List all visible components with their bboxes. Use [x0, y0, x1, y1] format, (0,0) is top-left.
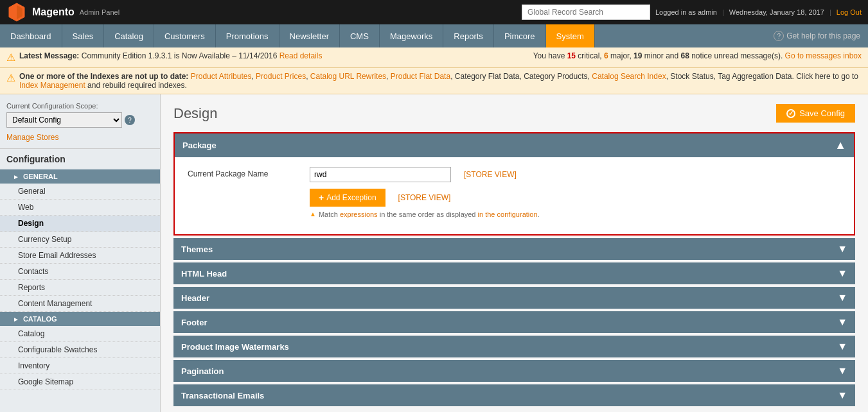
help-text: Get help for this page	[786, 31, 860, 40]
sidebar-item-reports[interactable]: Reports	[0, 280, 160, 296]
sidebar-item-store-email[interactable]: Store Email Addresses	[0, 248, 160, 264]
section-transactional-emails: Transactional Emails ▼	[173, 384, 855, 406]
nav-catalog[interactable]: Catalog	[104, 24, 154, 47]
section-product-watermarks: Product Image Watermarks ▼	[173, 336, 855, 357]
sidebar-group-catalog: ► CATALOG Catalog Configurable Swatches …	[0, 312, 160, 390]
sidebar-item-design[interactable]: Design	[0, 216, 160, 232]
nav-customers[interactable]: Customers	[154, 24, 216, 47]
add-exception-row: + Add Exception [STORE VIEW] ▲ Match exp…	[188, 189, 841, 218]
sidebar-item-currency-setup[interactable]: Currency Setup	[0, 232, 160, 248]
index-management-link[interactable]: Index Management	[19, 81, 85, 90]
sidebar-item-google-sitemap[interactable]: Google Sitemap	[0, 374, 160, 390]
package-box: Package ▲ Current Package Name [STORE VI…	[173, 132, 855, 236]
section-header-header[interactable]: Header ▼	[173, 287, 855, 309]
nav-system[interactable]: System	[546, 24, 595, 47]
sidebar-group-general-header[interactable]: ► GENERAL	[0, 169, 160, 184]
nav-pimcore[interactable]: Pimcore	[494, 24, 546, 47]
section-html-head-header[interactable]: HTML Head ▼	[173, 262, 855, 284]
header-chevron-icon: ▼	[837, 292, 847, 304]
sidebar-item-configurable-swatches[interactable]: Configurable Swatches	[0, 342, 160, 358]
catalog-search-link[interactable]: Catalog Search Index	[592, 72, 666, 81]
top-bar: Magento Admin Panel Logged in as admin |…	[0, 0, 868, 24]
msg2-prefix: One or more of the Indexes are not up to…	[19, 72, 188, 81]
package-name-input[interactable]	[310, 167, 451, 182]
go-messages-link[interactable]: Go to messages inbox	[785, 51, 862, 60]
catalog-url-link[interactable]: Catalog URL Rewrites	[310, 72, 386, 81]
package-body: Current Package Name [STORE VIEW] +	[175, 157, 854, 234]
nav-bar: Dashboard Sales Catalog Customers Promot…	[0, 24, 868, 47]
message-bar-1: ⚠ Latest Message: Community Edition 1.9.…	[0, 47, 868, 68]
manage-stores-link[interactable]: Manage Stores	[0, 133, 160, 148]
warning-icon-1: ⚠	[6, 51, 15, 64]
hint-text: ▲ Match expressions in the same order as…	[310, 210, 841, 218]
themes-chevron-icon: ▼	[837, 243, 847, 255]
section-themes-header[interactable]: Themes ▼	[173, 238, 855, 260]
save-icon: ✓	[786, 109, 795, 118]
sidebar-item-general[interactable]: General	[0, 184, 160, 200]
package-title: Package	[182, 141, 217, 150]
sidebar-item-web[interactable]: Web	[0, 200, 160, 216]
expressions-link[interactable]: expressions	[340, 210, 378, 218]
sidebar-item-contacts[interactable]: Contacts	[0, 264, 160, 280]
scope-section: Current Configuration Scope: Default Con…	[0, 94, 160, 133]
product-flat-link[interactable]: Product Flat Data	[391, 72, 450, 81]
msg1-right: You have 15 critical, 6 major, 19 minor …	[533, 51, 862, 60]
package-header[interactable]: Package ▲	[175, 133, 854, 157]
logo-text: Magento	[32, 6, 75, 18]
logout-link[interactable]: Log Out	[837, 8, 862, 16]
notice-count: 68	[680, 51, 689, 60]
logo-sub: Admin Panel	[80, 8, 120, 16]
section-pagination-header[interactable]: Pagination ▼	[173, 360, 855, 382]
footer-chevron-icon: ▼	[837, 316, 847, 328]
help-link[interactable]: ? Get help for this page	[766, 24, 868, 47]
config-heading: Configuration	[0, 148, 160, 169]
scope-label: Current Configuration Scope:	[6, 102, 154, 110]
package-store-view-link[interactable]: [STORE VIEW]	[464, 170, 517, 179]
sidebar-item-content-management[interactable]: Content Management	[0, 296, 160, 312]
help-circle-icon: ?	[774, 31, 784, 41]
section-themes-label: Themes	[181, 245, 213, 254]
msg1-content: Latest Message: Community Edition 1.9.3.…	[19, 51, 322, 60]
sidebar: Current Configuration Scope: Default Con…	[0, 94, 161, 412]
section-transactional-emails-header[interactable]: Transactional Emails ▼	[173, 384, 855, 406]
nav-mageworks[interactable]: Mageworks	[380, 24, 443, 47]
configuration-link[interactable]: in the configuration	[478, 210, 538, 218]
major-count: 6	[604, 51, 608, 60]
logo-area: Magento Admin Panel	[6, 2, 120, 22]
section-footer-header[interactable]: Footer ▼	[173, 311, 855, 333]
section-html-head: HTML Head ▼	[173, 262, 855, 284]
minor-count: 19	[633, 51, 642, 60]
nav-cms[interactable]: CMS	[340, 24, 380, 47]
sidebar-group-general: ► GENERAL General Web Design Currency Se…	[0, 169, 160, 312]
add-exception-field: + Add Exception [STORE VIEW] ▲ Match exp…	[310, 189, 841, 218]
package-name-label: Current Package Name	[188, 167, 303, 178]
section-product-watermarks-header[interactable]: Product Image Watermarks ▼	[173, 336, 855, 357]
watermarks-chevron-icon: ▼	[837, 341, 847, 352]
scope-help-icon[interactable]: ?	[125, 115, 135, 125]
nav-reports[interactable]: Reports	[443, 24, 494, 47]
exception-store-view-link[interactable]: [STORE VIEW]	[398, 193, 451, 202]
nav-sales[interactable]: Sales	[62, 24, 105, 47]
section-pagination: Pagination ▼	[173, 360, 855, 382]
separator1: |	[722, 8, 724, 16]
sidebar-group-catalog-header[interactable]: ► CATALOG	[0, 312, 160, 326]
nav-newsletter[interactable]: Newsletter	[279, 24, 340, 47]
nav-promotions[interactable]: Promotions	[216, 24, 279, 47]
magento-logo-icon	[6, 2, 27, 22]
product-prices-link[interactable]: Product Prices	[256, 72, 306, 81]
sidebar-item-catalog[interactable]: Catalog	[0, 326, 160, 342]
section-transactional-emails-label: Transactional Emails	[181, 391, 264, 400]
date-display: Wednesday, January 18, 2017	[729, 8, 824, 16]
add-exception-label-spacer	[188, 189, 303, 191]
add-exception-button[interactable]: + Add Exception	[310, 189, 385, 207]
save-config-label: Save Config	[799, 108, 845, 118]
scope-select[interactable]: Default Config	[6, 112, 122, 128]
product-attributes-link[interactable]: Product Attributes	[191, 72, 252, 81]
save-config-button[interactable]: ✓ Save Config	[776, 104, 855, 123]
sidebar-item-inventory[interactable]: Inventory	[0, 358, 160, 374]
nav-dashboard[interactable]: Dashboard	[0, 24, 62, 47]
global-search-input[interactable]	[522, 4, 650, 20]
read-details-link[interactable]: Read details	[279, 51, 323, 60]
section-header: Header ▼	[173, 287, 855, 309]
warning-icon-2: ⚠	[6, 72, 15, 84]
